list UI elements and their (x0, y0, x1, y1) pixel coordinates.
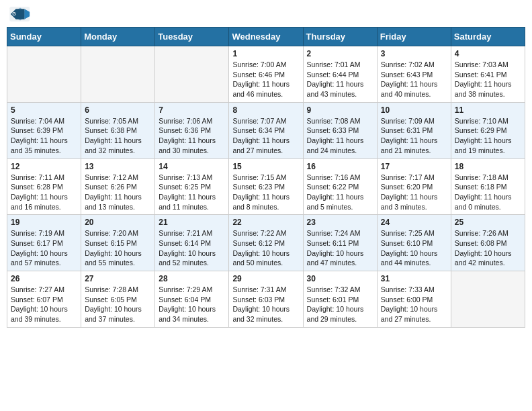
day-number: 23 (307, 218, 373, 227)
calendar-cell: 3Sunrise: 7:02 AM Sunset: 6:43 PM Daylig… (377, 46, 451, 103)
day-info: Sunrise: 7:00 AM Sunset: 6:46 PM Dayligh… (232, 60, 299, 99)
day-number: 8 (232, 105, 299, 115)
calendar-cell (81, 46, 155, 103)
day-info: Sunrise: 7:15 AM Sunset: 6:23 PM Dayligh… (232, 173, 299, 212)
day-info: Sunrise: 7:03 AM Sunset: 6:41 PM Dayligh… (455, 60, 521, 99)
day-number: 24 (381, 218, 447, 227)
day-number: 28 (159, 274, 225, 283)
day-info: Sunrise: 7:19 AM Sunset: 6:17 PM Dayligh… (11, 228, 77, 268)
day-info: Sunrise: 7:12 AM Sunset: 6:26 PM Dayligh… (85, 173, 151, 212)
day-number: 12 (11, 162, 77, 171)
calendar-cell: 14Sunrise: 7:13 AM Sunset: 6:25 PM Dayli… (155, 158, 229, 215)
day-info: Sunrise: 7:17 AM Sunset: 6:20 PM Dayligh… (381, 173, 447, 212)
day-header-friday: Friday (377, 28, 451, 46)
day-header-tuesday: Tuesday (155, 28, 229, 46)
calendar-cell: 21Sunrise: 7:21 AM Sunset: 6:14 PM Dayli… (155, 215, 229, 271)
day-info: Sunrise: 7:28 AM Sunset: 6:05 PM Dayligh… (85, 285, 151, 324)
day-header-monday: Monday (81, 28, 155, 46)
calendar-cell: 1Sunrise: 7:00 AM Sunset: 6:46 PM Daylig… (229, 46, 303, 103)
day-info: Sunrise: 7:32 AM Sunset: 6:01 PM Dayligh… (307, 285, 373, 324)
day-number: 29 (232, 274, 299, 283)
day-header-sunday: Sunday (7, 28, 81, 46)
day-number: 31 (381, 274, 447, 283)
day-info: Sunrise: 7:25 AM Sunset: 6:10 PM Dayligh… (381, 228, 447, 268)
calendar-cell: 11Sunrise: 7:10 AM Sunset: 6:29 PM Dayli… (451, 102, 525, 158)
day-number: 19 (11, 218, 77, 227)
calendar-week-row: 26Sunrise: 7:27 AM Sunset: 6:07 PM Dayli… (7, 271, 525, 328)
calendar-cell: 27Sunrise: 7:28 AM Sunset: 6:05 PM Dayli… (81, 271, 155, 328)
day-number: 5 (11, 105, 77, 115)
day-number: 16 (307, 162, 373, 171)
svg-text:G: G (12, 11, 16, 16)
day-number: 7 (159, 105, 225, 115)
calendar-week-row: 5Sunrise: 7:04 AM Sunset: 6:39 PM Daylig… (7, 102, 525, 158)
calendar-cell: 18Sunrise: 7:18 AM Sunset: 6:18 PM Dayli… (451, 158, 525, 215)
day-number: 17 (381, 162, 447, 171)
calendar-cell: 22Sunrise: 7:22 AM Sunset: 6:12 PM Dayli… (229, 215, 303, 271)
calendar-cell: 28Sunrise: 7:29 AM Sunset: 6:04 PM Dayli… (155, 271, 229, 328)
calendar-cell: 10Sunrise: 7:09 AM Sunset: 6:31 PM Dayli… (377, 102, 451, 158)
calendar-header-row: SundayMondayTuesdayWednesdayThursdayFrid… (7, 28, 525, 46)
calendar-cell: 23Sunrise: 7:24 AM Sunset: 6:11 PM Dayli… (303, 215, 377, 271)
day-info: Sunrise: 7:16 AM Sunset: 6:22 PM Dayligh… (307, 173, 373, 212)
day-number: 25 (455, 218, 521, 227)
calendar-cell (155, 46, 229, 103)
day-info: Sunrise: 7:02 AM Sunset: 6:43 PM Dayligh… (381, 60, 447, 99)
day-info: Sunrise: 7:29 AM Sunset: 6:04 PM Dayligh… (159, 285, 225, 324)
day-info: Sunrise: 7:10 AM Sunset: 6:29 PM Dayligh… (455, 116, 521, 156)
day-info: Sunrise: 7:08 AM Sunset: 6:33 PM Dayligh… (307, 116, 373, 156)
day-number: 26 (11, 274, 77, 283)
day-info: Sunrise: 7:26 AM Sunset: 6:08 PM Dayligh… (455, 228, 521, 268)
day-number: 18 (455, 162, 521, 171)
calendar-cell: 26Sunrise: 7:27 AM Sunset: 6:07 PM Dayli… (7, 271, 81, 328)
day-number: 14 (159, 162, 225, 171)
day-info: Sunrise: 7:07 AM Sunset: 6:34 PM Dayligh… (232, 116, 299, 156)
day-number: 22 (232, 218, 299, 227)
calendar-cell: 6Sunrise: 7:05 AM Sunset: 6:38 PM Daylig… (81, 102, 155, 158)
calendar-cell: 4Sunrise: 7:03 AM Sunset: 6:41 PM Daylig… (451, 46, 525, 103)
day-info: Sunrise: 7:01 AM Sunset: 6:44 PM Dayligh… (307, 60, 373, 99)
calendar-cell: 12Sunrise: 7:11 AM Sunset: 6:28 PM Dayli… (7, 158, 81, 215)
calendar-cell: 31Sunrise: 7:33 AM Sunset: 6:00 PM Dayli… (377, 271, 451, 328)
day-info: Sunrise: 7:18 AM Sunset: 6:18 PM Dayligh… (455, 173, 521, 212)
day-info: Sunrise: 7:21 AM Sunset: 6:14 PM Dayligh… (159, 228, 225, 268)
calendar-week-row: 1Sunrise: 7:00 AM Sunset: 6:46 PM Daylig… (7, 46, 525, 103)
day-info: Sunrise: 7:22 AM Sunset: 6:12 PM Dayligh… (232, 228, 299, 268)
day-number: 10 (381, 105, 447, 115)
page-header: G (7, 7, 525, 21)
calendar-cell: 24Sunrise: 7:25 AM Sunset: 6:10 PM Dayli… (377, 215, 451, 271)
day-info: Sunrise: 7:24 AM Sunset: 6:11 PM Dayligh… (307, 228, 373, 268)
day-number: 20 (85, 218, 151, 227)
day-number: 15 (232, 162, 299, 171)
day-number: 27 (85, 274, 151, 283)
calendar-cell: 16Sunrise: 7:16 AM Sunset: 6:22 PM Dayli… (303, 158, 377, 215)
calendar-cell: 2Sunrise: 7:01 AM Sunset: 6:44 PM Daylig… (303, 46, 377, 103)
calendar-cell: 8Sunrise: 7:07 AM Sunset: 6:34 PM Daylig… (229, 102, 303, 158)
calendar-cell: 5Sunrise: 7:04 AM Sunset: 6:39 PM Daylig… (7, 102, 81, 158)
day-header-wednesday: Wednesday (229, 28, 303, 46)
logo: G (9, 7, 34, 21)
day-header-saturday: Saturday (451, 28, 525, 46)
day-info: Sunrise: 7:13 AM Sunset: 6:25 PM Dayligh… (159, 173, 225, 212)
calendar-table: SundayMondayTuesdayWednesdayThursdayFrid… (7, 27, 525, 328)
calendar-cell: 20Sunrise: 7:20 AM Sunset: 6:15 PM Dayli… (81, 215, 155, 271)
calendar-cell: 15Sunrise: 7:15 AM Sunset: 6:23 PM Dayli… (229, 158, 303, 215)
day-info: Sunrise: 7:33 AM Sunset: 6:00 PM Dayligh… (381, 285, 447, 324)
day-info: Sunrise: 7:27 AM Sunset: 6:07 PM Dayligh… (11, 285, 77, 324)
calendar-cell (7, 46, 81, 103)
day-number: 30 (307, 274, 373, 283)
day-info: Sunrise: 7:04 AM Sunset: 6:39 PM Dayligh… (11, 116, 77, 156)
day-number: 13 (85, 162, 151, 171)
day-info: Sunrise: 7:05 AM Sunset: 6:38 PM Dayligh… (85, 116, 151, 156)
calendar-cell: 19Sunrise: 7:19 AM Sunset: 6:17 PM Dayli… (7, 215, 81, 271)
calendar-cell: 17Sunrise: 7:17 AM Sunset: 6:20 PM Dayli… (377, 158, 451, 215)
calendar-cell: 13Sunrise: 7:12 AM Sunset: 6:26 PM Dayli… (81, 158, 155, 215)
calendar-cell: 7Sunrise: 7:06 AM Sunset: 6:36 PM Daylig… (155, 102, 229, 158)
day-info: Sunrise: 7:06 AM Sunset: 6:36 PM Dayligh… (159, 116, 225, 156)
day-number: 3 (381, 49, 447, 58)
day-number: 4 (455, 49, 521, 58)
day-number: 11 (455, 105, 521, 115)
day-info: Sunrise: 7:11 AM Sunset: 6:28 PM Dayligh… (11, 173, 77, 212)
day-number: 6 (85, 105, 151, 115)
day-info: Sunrise: 7:09 AM Sunset: 6:31 PM Dayligh… (381, 116, 447, 156)
